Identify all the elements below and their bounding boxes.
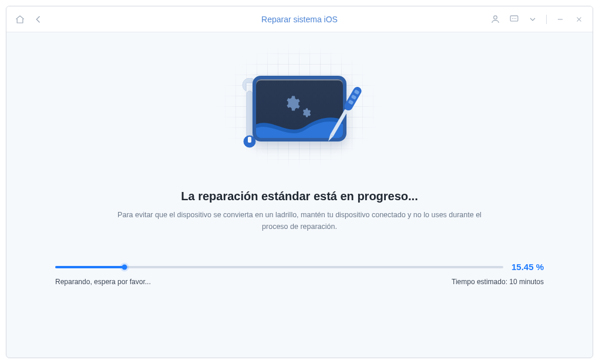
svg-point-4 — [515, 18, 516, 19]
svg-point-3 — [513, 18, 514, 19]
svg-point-2 — [511, 18, 512, 19]
gear-icon — [283, 95, 301, 114]
back-icon[interactable] — [33, 14, 44, 25]
svg-rect-7 — [248, 137, 251, 143]
progress-section: 15.45 % Reparando, espera por favor... T… — [55, 262, 544, 286]
close-icon[interactable] — [574, 14, 584, 25]
progress-subtext: Para evitar que el dispositivo se convie… — [112, 209, 487, 232]
minimize-icon[interactable] — [555, 14, 566, 25]
svg-rect-8 — [343, 86, 362, 112]
svg-rect-12 — [330, 109, 348, 136]
chevron-down-icon[interactable] — [527, 14, 538, 25]
home-icon[interactable] — [15, 14, 25, 25]
progress-eta-text: Tiempo estimado: 10 minutos — [452, 278, 544, 286]
svg-point-0 — [493, 16, 497, 19]
illustration — [214, 43, 385, 174]
screwdriver-icon — [321, 83, 362, 153]
progress-bar — [55, 266, 503, 268]
account-icon[interactable] — [490, 14, 500, 25]
progress-status-text: Reparando, espera por favor... — [55, 278, 151, 286]
titlebar-separator — [546, 15, 547, 24]
titlebar: Reparar sistema iOS — [6, 6, 593, 32]
progress-heading: La reparación estándar está en progreso.… — [181, 190, 418, 203]
feedback-icon[interactable] — [509, 14, 519, 25]
app-window: Reparar sistema iOS — [6, 6, 593, 358]
progress-percent-label: 15.45 % — [511, 262, 544, 272]
content-area: La reparación estándar está en progreso.… — [6, 32, 593, 358]
svg-rect-5 — [247, 91, 253, 138]
